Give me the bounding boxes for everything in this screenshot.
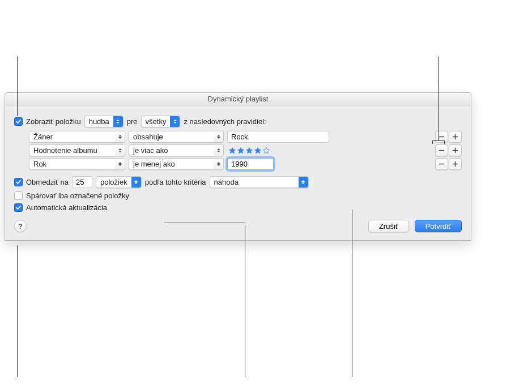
callout-line [17,57,18,116]
limit-checkbox[interactable] [14,178,23,186]
rules-container: Žáner obsahuje Hodnotenie albumu je viac… [14,131,462,170]
limit-unit-select[interactable]: položiek [96,176,142,188]
limit-label: Obmedziť na [26,178,69,186]
media-type-select[interactable]: hudba [84,116,124,127]
help-button[interactable]: ? [14,220,27,232]
rule-field-select[interactable]: Rok [29,158,125,170]
rule-operator-select[interactable]: obsahuje [129,131,224,143]
rating-value[interactable] [228,147,270,155]
dialog-body: Zobraziť položku hudba pre všetky z nasl… [5,105,471,240]
quantifier-select[interactable]: všetky [141,116,181,127]
limit-count-input[interactable] [72,176,92,188]
callout-line [352,210,352,377]
dialog-title: Dynamický playlist [5,93,471,105]
callout-line [432,140,433,144]
rule-operator-select[interactable]: je menej ako [129,158,224,170]
add-rule-button[interactable] [449,131,462,143]
callout-line [245,225,245,377]
dialog-footer: ? Zrušiť Potvrdiť [14,220,462,232]
remove-rule-button[interactable] [435,158,448,170]
match-mid-label: pre [127,117,138,126]
match-prefix-label: Zobraziť položku [26,117,81,126]
callout-line [432,140,445,141]
callout-line [444,140,445,144]
rule-row: Hodnotenie albumu je viac ako [29,144,462,156]
rule-value-input[interactable] [227,158,274,170]
add-rule-button[interactable] [449,158,462,170]
remove-rule-button[interactable] [435,144,448,156]
match-checked-row: Spárovať iba označené položky [14,191,462,200]
cancel-button[interactable]: Zrušiť [368,220,409,232]
rule-value-input[interactable] [227,131,329,143]
add-rule-button[interactable] [449,144,462,156]
live-update-label: Automatická aktualizácia [26,203,107,212]
live-update-row: Automatická aktualizácia [14,203,462,212]
callout-line [164,223,245,223]
rule-field-select[interactable]: Hodnotenie albumu [29,144,125,156]
match-checkbox[interactable] [14,117,23,126]
rule-operator-select[interactable]: je viac ako [129,144,224,156]
star-icon [228,147,236,155]
callout-line [438,57,439,140]
match-checked-label: Spárovať iba označené položky [26,191,129,200]
limit-criterion-select[interactable]: náhoda [210,176,309,188]
smart-playlist-dialog: Dynamický playlist Zobraziť položku hudb… [5,92,471,241]
match-suffix-label: z nasledovných pravidiel: [184,117,266,126]
limit-row: Obmedziť na položiek podľa tohto kritéri… [14,176,462,188]
rule-row: Žáner obsahuje [29,131,462,143]
callout-line [17,245,18,377]
match-row: Zobraziť položku hudba pre všetky z nasl… [14,116,462,127]
match-checked-checkbox[interactable] [14,191,23,200]
live-update-checkbox[interactable] [14,203,23,212]
star-icon [237,147,245,155]
ok-button[interactable]: Potvrdiť [415,220,462,232]
star-icon [254,147,262,155]
rule-row: Rok je menej ako [29,158,462,170]
limit-by-label: podľa tohto kritéria [145,178,206,186]
rule-field-select[interactable]: Žáner [29,131,125,143]
star-icon [262,147,270,155]
star-icon [245,147,253,155]
